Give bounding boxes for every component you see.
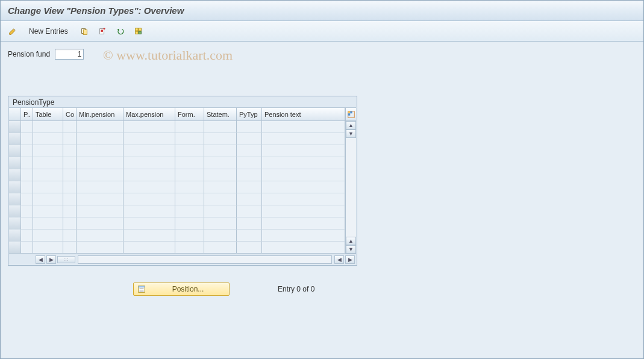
col-header-statem[interactable]: Statem. (204, 108, 237, 120)
table-row[interactable] (21, 169, 345, 181)
svg-rect-1 (83, 30, 87, 34)
svg-rect-6 (139, 28, 141, 30)
new-entries-label: New Entries (29, 27, 68, 36)
new-entries-button[interactable]: New Entries (23, 25, 73, 38)
svg-rect-10 (348, 111, 350, 113)
scroll-left-button[interactable]: ◀ (36, 255, 45, 264)
toggle-change-button[interactable] (5, 25, 20, 38)
row-selector[interactable] (9, 157, 21, 169)
footer-row: Position... Entry 0 of 0 (133, 283, 314, 296)
position-button[interactable]: Position... (133, 283, 230, 296)
delete-button[interactable] (95, 25, 110, 38)
svg-rect-12 (350, 111, 352, 113)
work-area: © www.tutorialkart.com Pension fund Pens… (1, 42, 643, 359)
row-selector[interactable] (9, 205, 21, 217)
svg-rect-7 (135, 31, 137, 34)
pension-fund-row: Pension fund (8, 49, 636, 60)
row-selector[interactable] (9, 181, 21, 193)
scroll-left-step-button[interactable]: ◀ (334, 255, 344, 264)
table-row[interactable] (21, 242, 345, 254)
table-row[interactable] (21, 145, 345, 157)
table-row[interactable] (21, 229, 345, 242)
table-body (21, 121, 345, 254)
pension-fund-label: Pension fund (8, 50, 50, 58)
scroll-right-button[interactable]: ▶ (345, 255, 355, 264)
col-header-ptext[interactable]: Pension text (262, 108, 345, 120)
table-row[interactable] (21, 121, 345, 133)
pencil-icon (8, 27, 17, 36)
table-settings-icon (347, 110, 355, 119)
select-all-icon (134, 27, 143, 36)
scroll-down-button[interactable]: ▼ (346, 245, 356, 254)
undo-icon (116, 27, 125, 36)
col-header-form[interactable]: Form. (175, 108, 204, 120)
position-label: Position... (151, 285, 225, 293)
table-header-row: P.. Table Co Min.pension Max.pension For… (21, 108, 345, 121)
col-header-pytyp[interactable]: PyTyp (237, 108, 262, 120)
pension-fund-input[interactable] (55, 49, 84, 60)
window-title: Change View "Pension Types": Overview (8, 5, 184, 16)
scroll-up-button[interactable]: ▲ (346, 121, 356, 130)
row-selector[interactable] (9, 217, 21, 229)
position-icon (137, 285, 146, 293)
row-selector[interactable] (9, 169, 21, 181)
scroll-down-step-button[interactable]: ▼ (346, 130, 356, 138)
select-all-button[interactable] (131, 25, 146, 38)
scroll-up-step-button[interactable]: ▲ (346, 237, 356, 245)
delete-icon (98, 27, 107, 36)
table-row[interactable] (21, 193, 345, 205)
table-row[interactable] (21, 205, 345, 217)
table-title: PensionType (9, 97, 356, 108)
scroll-right-step-button[interactable]: ▶ (46, 255, 56, 264)
window-title-bar: Change View "Pension Types": Overview (1, 1, 643, 21)
col-header-min[interactable]: Min.pension (77, 108, 123, 120)
scroll-handle[interactable]: ::: (57, 256, 75, 263)
table-settings-button[interactable] (345, 108, 356, 121)
copy-icon (80, 27, 89, 36)
copy-button[interactable] (77, 25, 92, 38)
svg-rect-5 (135, 28, 137, 30)
row-selector[interactable] (9, 121, 21, 133)
svg-rect-3 (101, 30, 103, 32)
undo-button[interactable] (113, 25, 128, 38)
horizontal-scrollbar[interactable]: ◀ ▶ ::: ◀ ▶ (9, 254, 356, 264)
row-selector[interactable] (9, 145, 21, 157)
svg-rect-8 (139, 31, 141, 34)
col-header-co[interactable]: Co (63, 108, 77, 120)
row-selector[interactable] (9, 229, 21, 242)
entry-status: Entry 0 of 0 (278, 285, 314, 293)
row-selector[interactable] (9, 193, 21, 205)
table-row[interactable] (21, 157, 345, 169)
pension-type-table: PensionType P.. Table Co (8, 96, 357, 266)
table-row[interactable] (21, 217, 345, 229)
col-header-max[interactable]: Max.pension (123, 108, 175, 120)
col-header-table[interactable]: Table (33, 108, 63, 120)
row-selector-column (9, 108, 21, 254)
row-selector[interactable] (9, 133, 21, 145)
vertical-scrollbar[interactable]: ▲ ▼ ▲ ▼ (345, 121, 356, 254)
col-header-p[interactable]: P.. (21, 108, 33, 120)
row-selector[interactable] (9, 242, 21, 254)
svg-rect-14 (139, 286, 145, 288)
table-row[interactable] (21, 181, 345, 193)
svg-rect-11 (348, 113, 350, 116)
table-row[interactable] (21, 133, 345, 145)
application-toolbar: New Entries (1, 21, 643, 42)
